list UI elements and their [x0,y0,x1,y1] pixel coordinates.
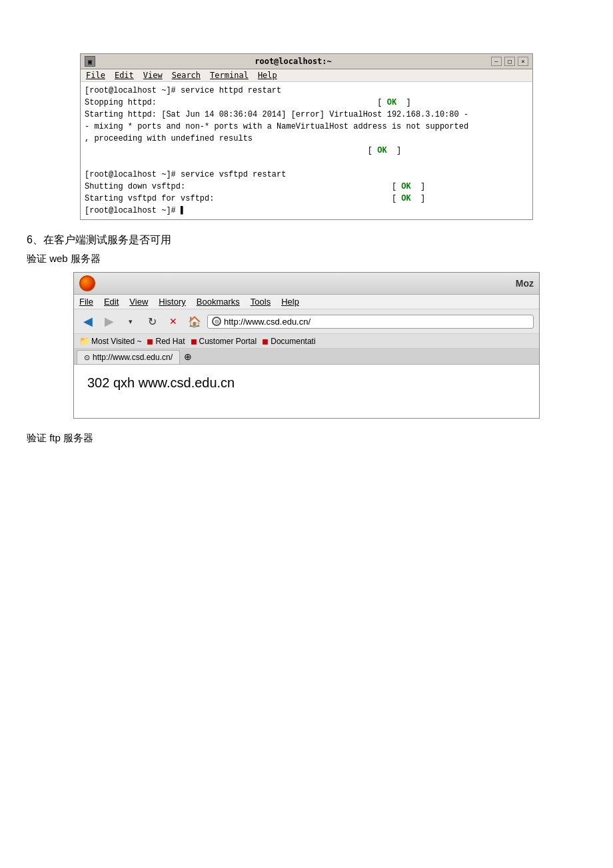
tabs-bar: ⊙ http://www.csd.edu.cn/ ⊕ [74,349,539,365]
bookmark-customer-portal[interactable]: ◼ Customer Portal [191,337,257,346]
terminal-window: ▣ root@localhost:~ – □ × File Edit View … [80,53,533,220]
dropdown-button[interactable]: ▾ [122,313,139,330]
terminal-line-3: Starting httpd: [Sat Jun 14 08:36:04 201… [85,109,528,121]
ff-menu-edit[interactable]: Edit [104,297,119,307]
section-3-text: 验证 ftp 服务器 [27,432,600,445]
address-text: http://www.csd.edu.cn/ [224,317,529,327]
bookmarks-bar: 📁 Most Visited ~ ◼ Red Hat ◼ Customer Po… [74,334,539,349]
terminal-line-1: [root@localhost ~]# service httpd restar… [85,85,528,97]
terminal-icon: ▣ [85,56,95,67]
terminal-line-6: [ OK ] [85,145,528,157]
terminal-body: [root@localhost ~]# service httpd restar… [81,82,532,219]
back-button[interactable]: ◀ [79,313,97,330]
ff-menu-view[interactable]: View [129,297,148,307]
ok-badge-2: OK [377,146,386,155]
menu-edit[interactable]: Edit [115,71,134,80]
ok-badge-1: OK [387,98,396,107]
tab-label: http://www.csd.edu.cn/ [93,353,173,362]
terminal-line-11: [root@localhost ~]# ▌ [85,205,528,217]
menu-terminal[interactable]: Terminal [210,71,249,80]
menu-help[interactable]: Help [258,71,277,80]
address-favicon: ⊙ [212,317,221,326]
firefox-title: Moz [516,278,534,289]
ok-badge-4: OK [401,194,410,203]
terminal-line-5: , proceeding with undefined results [85,133,528,145]
redhat-label: Red Hat [155,337,185,346]
terminal-line-8: [root@localhost ~]# service vsftpd resta… [85,169,528,181]
firefox-logo-icon [79,275,95,291]
menu-file[interactable]: File [86,71,105,80]
address-bar[interactable]: ⊙ http://www.csd.edu.cn/ [207,315,534,329]
terminal-line-10: Starting vsftpd for vsftpd: [ OK ] [85,193,528,205]
tab-item[interactable]: ⊙ http://www.csd.edu.cn/ [77,350,180,364]
documentation-icon: ◼ [262,337,269,346]
stop-button[interactable]: ✕ [165,313,182,330]
ff-menu-history[interactable]: History [159,297,185,307]
bookmark-redhat[interactable]: ◼ Red Hat [147,337,185,346]
close-button[interactable]: × [518,57,528,66]
forward-button[interactable]: ▶ [101,313,118,330]
ff-menu-tools[interactable]: Tools [251,297,271,307]
bookmark-most-visited[interactable]: 📁 Most Visited ~ [79,336,141,346]
customer-portal-label: Customer Portal [199,337,257,346]
firefox-toolbar: ◀ ▶ ▾ ↻ ✕ 🏠 ⊙ http://www.csd.edu.cn/ [74,309,539,334]
redhat-icon: ◼ [147,337,153,346]
firefox-content: 302 qxh www.csd.edu.cn [74,365,539,418]
menu-search[interactable]: Search [172,71,201,80]
new-tab-button[interactable]: ⊕ [181,350,195,363]
customer-portal-icon: ◼ [191,337,197,346]
terminal-window-controls: – □ × [491,57,528,66]
ff-menu-file[interactable]: File [79,297,93,307]
home-button[interactable]: 🏠 [186,313,203,330]
bookmark-documentation[interactable]: ◼ Documentati [262,337,315,346]
section-1-text: 6、在客户端测试服务是否可用 [27,233,600,247]
page-content-text: 302 qxh www.csd.edu.cn [87,375,526,391]
minimize-button[interactable]: – [491,57,502,66]
most-visited-label: Most Visited ~ [91,337,141,346]
folder-icon: 📁 [79,336,90,346]
menu-view[interactable]: View [143,71,163,80]
terminal-titlebar-left: ▣ [85,56,95,67]
terminal-title: root@localhost:~ [95,57,491,66]
ff-menu-help[interactable]: Help [281,297,299,307]
firefox-titlebar: Moz [74,273,539,295]
terminal-line-2: Stopping httpd: [ OK ] [85,97,528,109]
terminal-line-4: - mixing * ports and non-* ports with a … [85,121,528,133]
terminal-titlebar: ▣ root@localhost:~ – □ × [81,54,532,69]
tab-favicon: ⊙ [84,353,90,362]
firefox-window: Moz File Edit View History Bookmarks Too… [73,272,540,419]
maximize-button[interactable]: □ [504,57,515,66]
terminal-line-9: Shutting down vsftpd: [ OK ] [85,181,528,193]
ff-menu-bookmarks[interactable]: Bookmarks [197,297,240,307]
ok-badge-3: OK [401,182,410,191]
firefox-menubar: File Edit View History Bookmarks Tools H… [74,295,539,309]
documentation-label: Documentati [271,337,315,346]
terminal-menubar: File Edit View Search Terminal Help [81,69,532,82]
reload-button[interactable]: ↻ [143,313,161,330]
section-2-text: 验证 web 服务器 [27,253,600,265]
terminal-line-7 [85,157,528,169]
